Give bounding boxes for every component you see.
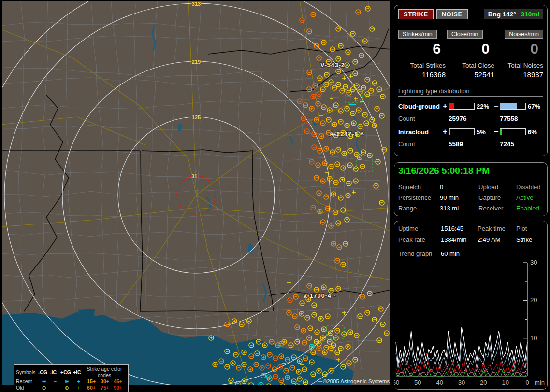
datetime-display: 3/16/2026 5:00:18 PM [398,166,543,179]
system-status-box: 3/16/2026 5:00:18 PM Squelch 0 Upload Di… [394,162,548,216]
rate-column: Noises/min 0 Total Noises 18937 [496,30,543,79]
total-label: Total Close [462,62,494,69]
legend-symbol: + [73,385,85,391]
rate-chip: Noises/min [505,30,543,39]
distribution-type: Intracloud [398,128,443,136]
svg-text:30: 30 [530,260,537,266]
legend-symbol: + [73,378,85,385]
legend-age-code: 15+ [85,378,98,385]
range-value: 310mi [521,11,539,18]
plus-count: 5589 [443,140,494,148]
legend-row-label: Recent [16,378,38,385]
legend-age-code: 75+ [98,385,112,391]
status-value: Active [516,194,543,201]
legend-symbol: ⊖ [38,385,50,391]
plus-bar [449,128,475,135]
rate-columns: Strikes/min 6 Total Strikes 116368 Close… [398,30,543,79]
plus-bar [449,103,475,110]
uptime-cell: 2:49 AM [478,236,516,243]
bearing-readout: Bng 142°310mi [484,9,543,19]
legend-symbols-header: Symbols [16,369,38,376]
svg-text:125: 125 [192,114,201,120]
legend-col--IC: -IC [50,369,60,376]
uptime-cell: Uptime [398,225,441,232]
map-canvas[interactable]: 31321912531 V-543-2 vA-2247-3 ^V-1700-4 … [0,0,391,386]
total-value: 52541 [474,70,494,79]
plus-percent: 5% [475,128,494,136]
minus-percent: 6% [526,128,545,136]
svg-text:10: 10 [530,335,537,342]
status-label: Persistence [398,194,440,201]
distribution-count-row: Count 5589 7245 [398,140,543,148]
status-label: Range [398,205,440,212]
svg-text:313: 313 [192,1,201,7]
status-value: 90 min [440,194,478,201]
status-value: 313 mi [440,205,478,212]
trend-graph-window: 60 min [441,250,543,257]
svg-text:30: 30 [458,379,465,386]
noise-mode-button[interactable]: NOISE [436,9,468,19]
distribution-count-row: Count 25976 77558 [398,115,543,122]
plus-sign: + [443,102,449,111]
total-label: Total Strikes [410,62,446,69]
mode-button-row: STRIKE NOISE Bng 142°310mi [398,9,543,19]
status-label: Upload [478,183,516,191]
uptime-cell: 1516:45 [441,225,478,232]
lightning-distribution: Lightning type distribution Cloud-ground… [398,87,543,148]
trend-graph-label: Trend graph [398,250,441,257]
legend-symbol: − [50,385,60,391]
uptime-cell: Strike [516,236,543,243]
legend-symbol: ⊖ [38,378,50,385]
distribution-type: Cloud-ground [398,103,443,110]
status-value: Enabled [516,205,543,212]
map-legend: Symbols-CG-IC+CG+ICStrike age color code… [14,364,129,392]
status-label: Receiver [478,205,516,212]
plus-percent: 22% [475,103,494,110]
strike-mode-button[interactable]: STRIKE [398,9,434,19]
minus-count: 7245 [494,140,545,148]
legend-age-code: 60+ [85,385,98,391]
status-label: Capture [478,194,516,201]
svg-text:60: 60 [394,379,399,386]
trend-graph-row: Trend graph 60 min [398,250,543,257]
uptime-trend-box: Uptime1516:45Peak timePlotPeak rate1384/… [394,221,548,390]
status-value: 0 [440,183,478,191]
svg-text:20: 20 [530,296,537,304]
lightning-monitor-app: { "map": { "copyright": "©2005 Astrogeni… [0,0,550,392]
status-label: Squelch [398,183,440,191]
rate-value: 0 [481,42,490,56]
legend-symbol: − [50,378,60,385]
legend-col--CG: -CG [38,369,50,376]
plus-count: 25976 [443,115,494,122]
distribution-row: Cloud-ground + 22% − 67% [398,102,543,111]
legend-age-header: Strike age color codes [85,366,124,378]
svg-text:min: min [535,379,545,386]
total-label: Total Noises [507,62,543,69]
rate-value: 0 [530,42,538,56]
minus-sign: − [494,102,500,111]
legend-col-+IC: +IC [73,369,85,376]
uptime-cell: 1384/min [441,236,478,243]
distribution-rows: Cloud-ground + 22% − 67% Count 25976 775… [398,102,543,148]
distribution-title: Lightning type distribution [398,87,543,97]
legend-age-code: 45+ [112,378,124,385]
strike-stats-box: STRIKE NOISE Bng 142°310mi Strikes/min 6… [394,5,548,156]
minus-bar [500,128,526,135]
uptime-cell: Peak rate [398,236,441,243]
svg-text:40: 40 [436,379,443,386]
trend-graph: 1020306050403020100min [394,260,547,388]
uptime-cell: Peak time [478,225,516,232]
legend-age-code: 30+ [98,378,112,385]
legend-symbol: ⊕ [60,385,73,391]
rate-value: 6 [433,42,441,56]
bearing-value: Bng 142° [488,11,516,18]
total-value: 18937 [523,70,543,79]
legend-age-code: 90+ [112,385,124,391]
legend-col-+CG: +CG [60,369,73,376]
svg-text:10: 10 [502,379,508,386]
strike-map[interactable]: 31321912531 V-543-2 vA-2247-3 ^V-1700-4 … [0,0,391,386]
plus-sign: + [443,127,449,136]
uptime-cell: Plot [516,225,543,232]
svg-text:20: 20 [480,379,487,386]
minus-count: 77558 [494,115,545,122]
